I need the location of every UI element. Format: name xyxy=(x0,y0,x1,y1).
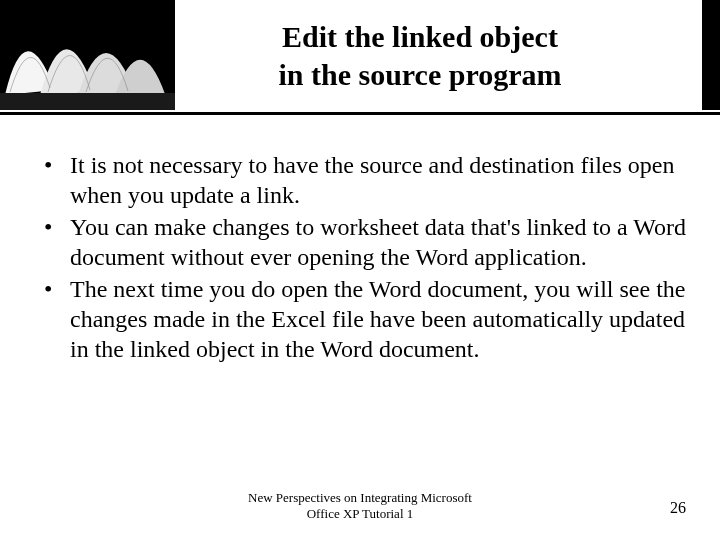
slide-content: It is not necessary to have the source a… xyxy=(30,150,692,366)
list-item: You can make changes to worksheet data t… xyxy=(30,212,692,272)
bullet-list: It is not necessary to have the source a… xyxy=(30,150,692,364)
opera-house-icon xyxy=(0,0,175,110)
list-item: The next time you do open the Word docum… xyxy=(30,274,692,364)
page-number: 26 xyxy=(670,499,686,517)
slide-header: Edit the linked object in the source pro… xyxy=(0,0,720,120)
svg-rect-1 xyxy=(0,93,175,110)
title-line-2: in the source program xyxy=(180,56,660,94)
header-logo-image xyxy=(0,0,175,110)
slide-title: Edit the linked object in the source pro… xyxy=(180,18,720,93)
slide-footer: New Perspectives on Integrating Microsof… xyxy=(0,490,720,530)
title-line-1: Edit the linked object xyxy=(180,18,660,56)
footer-text: New Perspectives on Integrating Microsof… xyxy=(190,490,530,523)
header-accent-bar xyxy=(702,0,720,110)
footer-line-2: Office XP Tutorial 1 xyxy=(190,506,530,522)
header-divider xyxy=(0,112,720,115)
list-item: It is not necessary to have the source a… xyxy=(30,150,692,210)
footer-line-1: New Perspectives on Integrating Microsof… xyxy=(190,490,530,506)
